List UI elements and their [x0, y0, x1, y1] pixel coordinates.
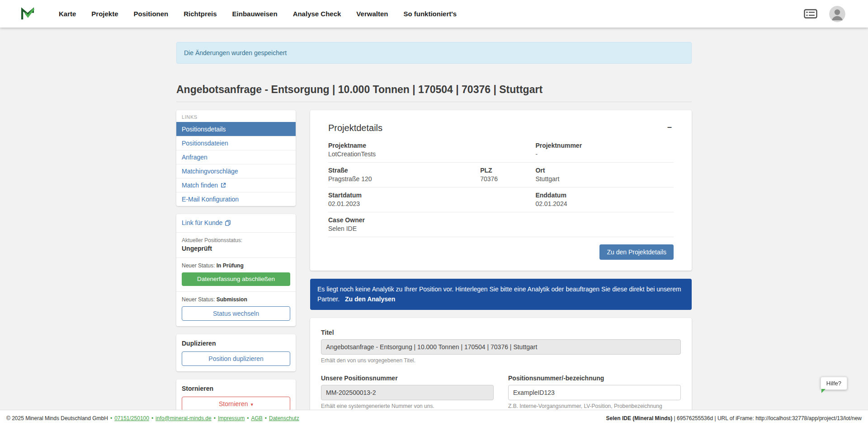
- session-user: Selen IDE (Mineral Minds): [606, 415, 673, 421]
- new-status-value: Submission: [217, 296, 247, 303]
- nav-item-positionen[interactable]: Positionen: [134, 10, 169, 18]
- title-divider: [176, 102, 692, 102]
- footer-info: © 2025 Mineral Minds Deutschland GmbH • …: [6, 415, 299, 421]
- field-strasse: Straße Pragstraße 120: [328, 167, 480, 183]
- alert-message: Die Änderungen wurden gespeichert: [184, 49, 287, 56]
- sidebar-item-label: Matchingvorschläge: [182, 168, 238, 175]
- page-body: Die Änderungen wurden gespeichert Angebo…: [0, 28, 868, 426]
- field-plz: PLZ 70376: [480, 167, 535, 183]
- footer-datenschutz-link[interactable]: Datenschutz: [269, 415, 299, 421]
- copyright-text: © 2025 Mineral Minds Deutschland GmbH: [6, 415, 108, 421]
- sidebar-item-label: Positionsdetails: [182, 126, 226, 133]
- footer-phone-link[interactable]: 07151/250100: [114, 415, 149, 421]
- title-input: [321, 339, 681, 355]
- sidebar-item-anfragen[interactable]: Anfragen: [176, 150, 296, 164]
- project-details-heading: Projektdetails: [328, 123, 382, 133]
- footer-agb-link[interactable]: AGB: [251, 415, 262, 421]
- copy-icon: [225, 220, 231, 226]
- status-card: Link für Kunde Aktueller Positionsstatus…: [176, 214, 296, 326]
- title-field-label: Titel: [321, 329, 681, 336]
- position-number-label: Positionsnummer/-bezeichnung: [508, 375, 681, 382]
- our-position-number-input: [321, 385, 494, 400]
- field-startdatum: Startdatum 02.01.2023: [328, 192, 535, 207]
- footer: © 2025 Mineral Minds Deutschland GmbH • …: [0, 410, 868, 426]
- duplicate-card: Duplizieren Position duplizieren: [176, 334, 296, 371]
- project-fields: Projektname LotCreationTests Projektnumm…: [328, 138, 674, 237]
- field-enddatum: Enddatum 02.01.2024: [535, 192, 674, 207]
- sidebar-item-label: Match finden: [182, 182, 218, 189]
- our-position-number-helper: Erhält eine systemgenerierte Nummer von …: [321, 403, 494, 409]
- separator-dot: •: [110, 415, 112, 421]
- new-status-line-review: Neuer Status: In Prüfung: [182, 262, 290, 269]
- nav-item-projekte[interactable]: Projekte: [91, 10, 118, 18]
- mineral-minds-logo[interactable]: [20, 6, 35, 22]
- field-ort: Ort Stuttgart: [535, 167, 674, 183]
- external-link-icon: [221, 183, 226, 188]
- current-status-value: Ungeprüft: [182, 245, 290, 252]
- links-card: LINKS Positionsdetails Positionsdateien …: [176, 110, 296, 206]
- project-details-card: Projektdetails – Projektname LotCreation…: [310, 110, 692, 271]
- nav-item-analyse-check[interactable]: Analyse Check: [293, 10, 341, 18]
- page-title: Angebotsanfrage - Entsorgung | 10.000 To…: [176, 84, 692, 96]
- session-info: Selen IDE (Mineral Minds) | 69576255536d…: [606, 415, 862, 421]
- user-avatar[interactable]: [829, 6, 845, 22]
- person-icon: [829, 6, 845, 22]
- new-status-line-submission: Neuer Status: Submission: [182, 296, 290, 303]
- change-status-button[interactable]: Status wechseln: [182, 306, 290, 321]
- new-status-value: In Prüfung: [217, 262, 244, 269]
- top-navigation-bar: Karte Projekte Positionen Richtpreis Ein…: [0, 0, 868, 28]
- duplicate-heading: Duplizieren: [182, 340, 290, 347]
- sidebar-item-email-konfiguration[interactable]: E-Mail Konfiguration: [176, 192, 296, 206]
- nav-item-so-funktionierts[interactable]: So funktioniert's: [403, 10, 457, 18]
- our-position-number-label: Unsere Positionsnummer: [321, 375, 494, 382]
- sidebar-item-label: E-Mail Konfiguration: [182, 196, 239, 203]
- cancel-heading: Stornieren: [182, 385, 290, 392]
- cancel-dropdown-button[interactable]: Stornieren▾: [182, 397, 290, 411]
- nav-item-richtpreis[interactable]: Richtpreis: [184, 10, 217, 18]
- nav-item-einbauweisen[interactable]: Einbauweisen: [232, 10, 278, 18]
- field-case-owner: Case Owner Selen IDE: [328, 216, 674, 232]
- links-header: LINKS: [176, 110, 296, 122]
- footer-impressum-link[interactable]: Impressum: [218, 415, 245, 421]
- new-status-label: Neuer Status:: [182, 262, 215, 269]
- saved-changes-alert: Die Änderungen wurden gespeichert: [176, 42, 692, 64]
- position-number-helper: Z.B. Interne-Vorgangsnummer, LV-Position…: [508, 403, 681, 409]
- position-number-input[interactable]: [508, 385, 681, 400]
- position-number-group: Positionsnummer/-bezeichnung Z.B. Intern…: [508, 375, 681, 409]
- analytics-banner: Es liegt noch keine Analytik zu Ihrer Po…: [310, 279, 692, 310]
- customer-link[interactable]: Link für Kunde: [182, 219, 231, 226]
- separator-dot: •: [265, 415, 267, 421]
- field-projektnummer: Projektnummer -: [535, 142, 674, 158]
- session-details: | 69576255536d | URL of iFrame: http://l…: [672, 415, 862, 421]
- new-status-label: Neuer Status:: [182, 296, 215, 303]
- duplicate-position-button[interactable]: Position duplizieren: [182, 351, 290, 366]
- position-form-card: Titel Erhält den von uns vorgegebenen Ti…: [310, 318, 692, 423]
- help-button[interactable]: Hilfe?: [821, 377, 847, 390]
- separator-dot: •: [214, 415, 216, 421]
- sidebar-item-positionsdetails[interactable]: Positionsdetails: [176, 122, 296, 136]
- current-status-label: Aktueller Positionsstatus:: [182, 237, 290, 243]
- sidebar-item-matchingvorschlaege[interactable]: Matchingvorschläge: [176, 164, 296, 178]
- collapse-icon[interactable]: –: [665, 123, 674, 131]
- customer-link-label: Link für Kunde: [182, 219, 222, 226]
- sidebar: LINKS Positionsdetails Positionsdateien …: [176, 110, 296, 425]
- analytics-banner-link[interactable]: Zu den Analysen: [345, 295, 396, 303]
- separator-dot: •: [151, 415, 153, 421]
- sidebar-item-label: Positionsdateien: [182, 140, 228, 147]
- sidebar-item-match-finden[interactable]: Match finden: [176, 178, 296, 192]
- our-position-number-group: Unsere Positionsnummer Erhält eine syste…: [321, 375, 494, 409]
- nav-item-karte[interactable]: Karte: [59, 10, 76, 18]
- nav-item-verwalten[interactable]: Verwalten: [356, 10, 388, 18]
- sidebar-item-label: Anfragen: [182, 154, 208, 161]
- cancel-button-label: Stornieren: [219, 400, 248, 407]
- field-projektname: Projektname LotCreationTests: [328, 142, 535, 158]
- separator-dot: •: [247, 415, 249, 421]
- footer-email-link[interactable]: info@mineral-minds.de: [156, 415, 212, 421]
- project-details-button[interactable]: Zu den Projektdetails: [599, 244, 674, 260]
- main-content: Projektdetails – Projektname LotCreation…: [310, 110, 692, 426]
- complete-data-entry-button[interactable]: Datenerfassung abschließen: [182, 272, 290, 286]
- sidebar-item-positionsdateien[interactable]: Positionsdateien: [176, 136, 296, 150]
- server-icon[interactable]: [804, 9, 817, 19]
- caret-down-icon: ▾: [251, 402, 254, 407]
- logo-m-icon: [20, 6, 35, 22]
